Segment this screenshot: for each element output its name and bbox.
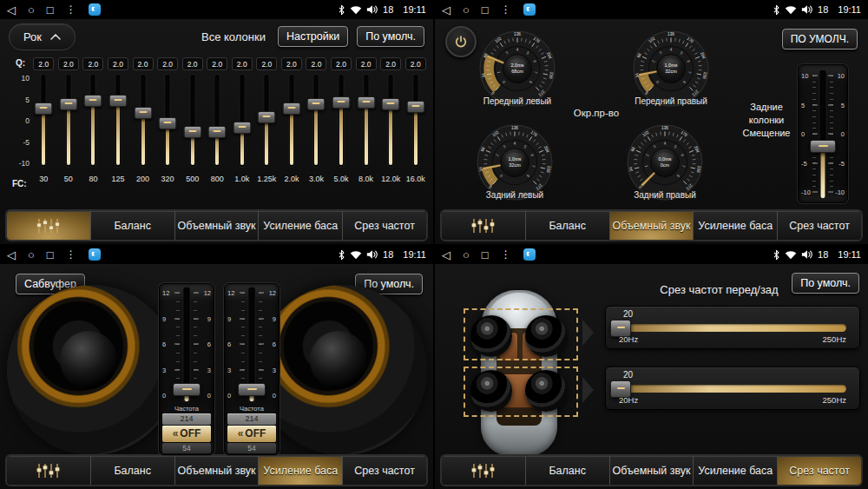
tab-equalizer[interactable] xyxy=(7,211,90,240)
gain-slider[interactable] xyxy=(304,73,329,170)
tab-equalizer[interactable] xyxy=(442,211,525,240)
back-icon[interactable]: ◁ xyxy=(442,4,450,16)
gain-slider[interactable] xyxy=(378,73,404,170)
recents-icon[interactable]: □ xyxy=(47,4,54,16)
q-value[interactable]: 2.0 xyxy=(232,57,253,70)
overflow-menu-icon[interactable]: ⋮ xyxy=(66,4,76,15)
level-slider[interactable]: 121299663300 xyxy=(160,284,214,404)
overflow-menu-icon[interactable]: ⋮ xyxy=(501,4,511,15)
power-button[interactable] xyxy=(445,26,477,57)
default-button[interactable]: По умолч. xyxy=(792,273,859,294)
recents-icon[interactable]: □ xyxy=(482,249,489,261)
slider-handle[interactable] xyxy=(332,96,351,109)
slider-handle[interactable] xyxy=(307,98,326,110)
gain-slider[interactable] xyxy=(329,73,354,170)
frequency-selected[interactable]: «OFF xyxy=(227,426,276,442)
tab-crossover[interactable]: Срез частот xyxy=(342,456,426,485)
overflow-menu-icon[interactable]: ⋮ xyxy=(501,249,511,260)
gain-slider[interactable] xyxy=(254,73,279,170)
crossover-track[interactable] xyxy=(619,385,846,393)
slider-handle[interactable] xyxy=(173,383,201,396)
frequency-option-below[interactable]: 54 xyxy=(227,443,276,453)
q-value[interactable]: 2.0 xyxy=(108,57,128,70)
q-value[interactable]: 2.0 xyxy=(281,57,302,70)
slider-handle[interactable] xyxy=(810,140,836,153)
default-button[interactable]: ПО УМОЛЧ. xyxy=(782,29,858,50)
tab-surround-sound[interactable]: Объемный звук xyxy=(174,456,259,485)
gain-slider[interactable] xyxy=(81,73,106,170)
gain-slider[interactable] xyxy=(106,73,131,170)
tab-surround-sound[interactable]: Объемный звук xyxy=(174,211,259,240)
tab-surround-sound[interactable]: Объемный звук xyxy=(609,456,694,485)
slider-handle[interactable] xyxy=(238,383,266,396)
tab-bass-boost[interactable]: Усиление баса xyxy=(693,456,777,485)
gain-slider[interactable] xyxy=(353,73,378,170)
slider-handle[interactable] xyxy=(84,95,102,107)
q-value[interactable]: 2.0 xyxy=(405,57,426,70)
gain-slider[interactable] xyxy=(230,73,255,170)
gain-slider[interactable] xyxy=(279,73,305,170)
q-value[interactable]: 2.0 xyxy=(306,57,326,70)
frequency-option-above[interactable]: 214 xyxy=(162,413,211,425)
slider-handle[interactable] xyxy=(183,126,201,138)
settings-button[interactable]: Настройки xyxy=(278,26,348,47)
slider-handle[interactable] xyxy=(159,117,177,129)
slider-handle[interactable] xyxy=(233,122,251,134)
tab-balance[interactable]: Баланс xyxy=(90,456,174,485)
rear-speakers-selection[interactable] xyxy=(464,367,578,417)
tab-crossover[interactable]: Срез частот xyxy=(777,211,861,240)
q-value[interactable]: 2.0 xyxy=(207,57,227,70)
slider-handle[interactable] xyxy=(382,98,400,110)
slider-handle[interactable] xyxy=(208,126,227,138)
frequency-selected[interactable]: «OFF xyxy=(162,426,211,442)
tab-bass-boost[interactable]: Усиление баса xyxy=(258,211,342,240)
slider-handle[interactable] xyxy=(258,111,276,123)
tab-equalizer[interactable] xyxy=(7,456,90,485)
recents-icon[interactable]: □ xyxy=(47,249,54,261)
tab-equalizer[interactable] xyxy=(442,456,525,485)
slider-handle[interactable] xyxy=(357,96,375,109)
tab-balance[interactable]: Баланс xyxy=(525,211,609,240)
gain-slider[interactable] xyxy=(31,73,56,170)
q-value[interactable]: 2.0 xyxy=(182,57,203,70)
crossover-track[interactable] xyxy=(619,324,846,332)
app-icon[interactable] xyxy=(523,248,536,261)
tab-balance[interactable]: Баланс xyxy=(90,211,174,240)
gain-slider[interactable] xyxy=(130,73,155,170)
q-value[interactable]: 2.0 xyxy=(256,57,277,70)
slider-handle[interactable] xyxy=(134,107,152,119)
back-icon[interactable]: ◁ xyxy=(442,249,450,261)
tab-crossover[interactable]: Срез частот xyxy=(342,211,426,240)
back-icon[interactable]: ◁ xyxy=(7,4,16,16)
home-icon[interactable]: ○ xyxy=(463,4,470,16)
tab-bass-boost[interactable]: Усиление баса xyxy=(258,456,342,485)
front-speakers-selection[interactable] xyxy=(464,308,578,360)
tab-balance[interactable]: Баланс xyxy=(525,456,609,485)
home-icon[interactable]: ○ xyxy=(28,249,35,261)
q-value[interactable]: 2.0 xyxy=(82,57,103,70)
slider-handle[interactable] xyxy=(282,102,300,115)
gain-slider[interactable] xyxy=(205,73,230,170)
frequency-option-above[interactable]: 214 xyxy=(227,413,276,425)
app-icon[interactable] xyxy=(89,3,101,16)
tab-crossover[interactable]: Срез частот xyxy=(777,456,861,485)
q-value[interactable]: 2.0 xyxy=(356,57,377,70)
q-value[interactable]: 2.0 xyxy=(33,57,54,70)
q-value[interactable]: 2.0 xyxy=(380,57,401,70)
slider-handle[interactable] xyxy=(108,95,127,107)
app-icon[interactable] xyxy=(523,3,536,16)
q-value[interactable]: 2.0 xyxy=(331,57,352,70)
q-value[interactable]: 2.0 xyxy=(157,57,178,70)
app-icon[interactable] xyxy=(89,248,101,261)
level-slider[interactable]: 121299663300 xyxy=(225,284,279,404)
slider-handle[interactable] xyxy=(406,101,424,113)
q-value[interactable]: 2.0 xyxy=(133,57,154,70)
overflow-menu-icon[interactable]: ⋮ xyxy=(66,249,76,260)
gain-slider[interactable] xyxy=(403,73,428,170)
tab-surround-sound[interactable]: Объемный звук xyxy=(609,211,694,240)
home-icon[interactable]: ○ xyxy=(463,249,470,261)
q-value[interactable]: 2.0 xyxy=(58,57,79,70)
gain-slider[interactable] xyxy=(56,73,82,170)
tab-bass-boost[interactable]: Усиление баса xyxy=(693,211,777,240)
preset-dropdown[interactable]: Рок xyxy=(9,23,76,50)
